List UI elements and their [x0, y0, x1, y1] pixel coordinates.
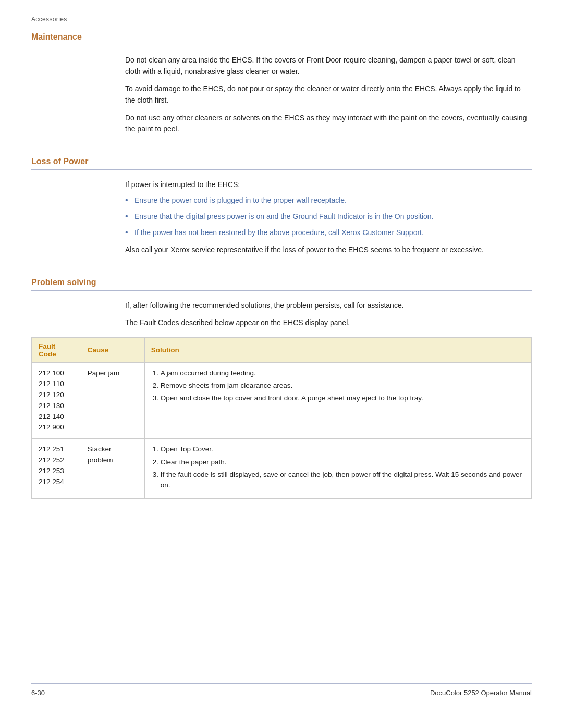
- bullet-link-3: If the power has not been restored by th…: [134, 228, 424, 237]
- solution-item: A jam occurred during feeding.: [161, 368, 524, 378]
- maintenance-para-1: Do not clean any area inside the EHCS. I…: [125, 55, 532, 77]
- cause-cell: Paper jam: [81, 362, 144, 439]
- solution-cell: Open Top Cover.Clear the paper path.If t…: [144, 439, 531, 498]
- solution-cell: A jam occurred during feeding.Remove she…: [144, 362, 531, 439]
- solution-item: If the fault code is still displayed, sa…: [161, 470, 524, 491]
- maintenance-section: Maintenance Do not clean any area inside…: [31, 32, 532, 141]
- col-fault-code: Fault Code: [32, 338, 81, 362]
- loss-of-power-title: Loss of Power: [31, 157, 532, 166]
- loss-of-power-outro: Also call your Xerox service representat…: [125, 244, 532, 256]
- solution-item: Remove sheets from jam clearance areas.: [161, 380, 524, 391]
- problem-solving-para-1: If, after following the recommended solu…: [125, 300, 532, 312]
- bullet-link-1: Ensure the power cord is plugged in to t…: [134, 196, 347, 204]
- loss-of-power-intro: If power is interrupted to the EHCS:: [125, 179, 532, 191]
- loss-of-power-section: Loss of Power If power is interrupted to…: [31, 157, 532, 262]
- page-footer: 6-30 DocuColor 5252 Operator Manual: [31, 683, 532, 697]
- maintenance-content: Do not clean any area inside the EHCS. I…: [125, 55, 532, 135]
- table-row: 212 100 212 110 212 120 212 130 212 140 …: [32, 362, 531, 439]
- bullet-item-2: Ensure that the digital press power is o…: [125, 211, 532, 222]
- bullet-item-1: Ensure the power cord is plugged in to t…: [125, 195, 532, 206]
- col-solution: Solution: [144, 338, 531, 362]
- footer-page-number: 6-30: [31, 689, 45, 697]
- maintenance-divider: [31, 45, 532, 45]
- solution-item: Clear the paper path.: [161, 457, 524, 467]
- problem-solving-divider: [31, 290, 532, 291]
- maintenance-title: Maintenance: [31, 32, 532, 42]
- maintenance-para-3: Do not use any other cleaners or solvent…: [125, 113, 532, 135]
- loss-of-power-content: If power is interrupted to the EHCS: Ens…: [125, 179, 532, 255]
- fault-code-cell: 212 251 212 252 212 253 212 254: [32, 439, 81, 498]
- fault-code-cell: 212 100 212 110 212 120 212 130 212 140 …: [32, 362, 81, 439]
- col-cause: Cause: [81, 338, 144, 362]
- fault-table: Fault Code Cause Solution 212 100 212 11…: [32, 338, 531, 499]
- problem-solving-section: Problem solving If, after following the …: [31, 278, 532, 508]
- loss-of-power-divider: [31, 169, 532, 170]
- bullet-item-3: If the power has not been restored by th…: [125, 227, 532, 238]
- footer-manual-title: DocuColor 5252 Operator Manual: [430, 689, 532, 697]
- fault-table-container: Fault Code Cause Solution 212 100 212 11…: [31, 337, 532, 499]
- maintenance-para-2: To avoid damage to the EHCS, do not pour…: [125, 83, 532, 106]
- breadcrumb: Accessories: [31, 16, 532, 23]
- problem-solving-para-2: The Fault Codes described below appear o…: [125, 317, 532, 329]
- solution-item: Open Top Cover.: [161, 444, 524, 454]
- solution-item: Open and close the top cover and front d…: [161, 393, 524, 403]
- table-header-row: Fault Code Cause Solution: [32, 338, 531, 362]
- problem-solving-content: If, after following the recommended solu…: [125, 300, 532, 329]
- page: Accessories Maintenance Do not clean any…: [0, 0, 563, 728]
- bullet-link-2: Ensure that the digital press power is o…: [134, 212, 434, 220]
- loss-of-power-bullets: Ensure the power cord is plugged in to t…: [125, 195, 532, 238]
- table-row: 212 251 212 252 212 253 212 254Stacker p…: [32, 439, 531, 498]
- cause-cell: Stacker problem: [81, 439, 144, 498]
- problem-solving-title: Problem solving: [31, 278, 532, 287]
